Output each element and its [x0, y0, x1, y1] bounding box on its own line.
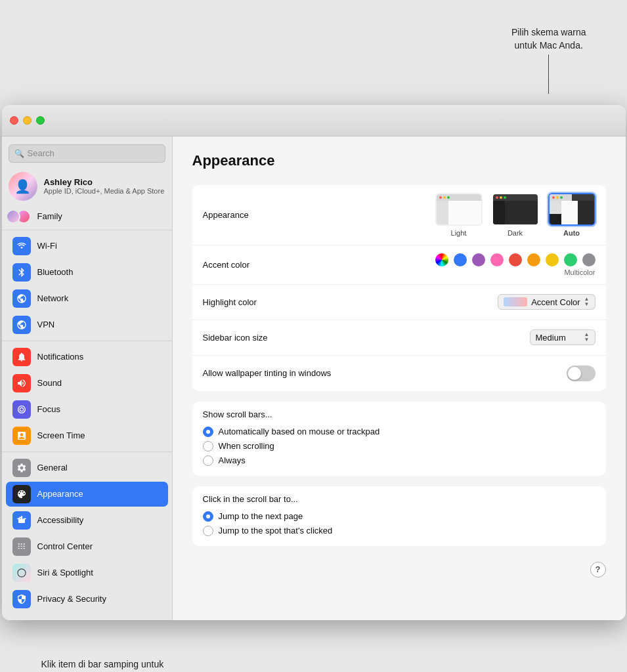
network-icon	[12, 289, 31, 308]
appearance-option-label: Light	[451, 229, 467, 237]
accent-green[interactable]	[564, 253, 577, 266]
accent-orange[interactable]	[527, 253, 540, 266]
accent-purple[interactable]	[472, 253, 485, 266]
accent-pink[interactable]	[490, 253, 504, 266]
click-scrollbar-nextpage-label: Jump to the next page	[219, 511, 303, 521]
radio-auto[interactable]	[203, 427, 213, 437]
accent-red[interactable]	[509, 253, 522, 266]
controlcenter-icon	[12, 537, 31, 556]
sidebar-item-label: Privacy & Security	[37, 594, 106, 604]
screentime-icon	[12, 427, 31, 445]
appearance-option-dark[interactable]: Dark	[492, 193, 539, 237]
user-info: Ashley Rico Apple ID, iCloud+, Media & A…	[44, 177, 165, 195]
user-section[interactable]: 👤 Ashley Rico Apple ID, iCloud+, Media &…	[2, 169, 172, 206]
wallpaper-tinting-toggle[interactable]	[567, 366, 595, 381]
sidebar-item-network[interactable]: Network	[6, 286, 168, 311]
appearance-option-auto[interactable]: Auto	[548, 193, 595, 237]
minimize-button[interactable]	[23, 116, 32, 125]
sidebar-item-privacy[interactable]: Privacy & Security	[6, 587, 168, 612]
search-placeholder: Search	[28, 148, 54, 158]
sidebar-item-general[interactable]: General	[6, 455, 168, 480]
sidebar-item-family[interactable]: Family	[2, 206, 172, 227]
accent-selected-label: Multicolor	[564, 268, 595, 276]
toggle-thumb	[568, 367, 581, 380]
sidebar-item-appearance[interactable]: Appearance	[6, 482, 168, 507]
sidebar-item-focus[interactable]: Focus	[6, 397, 168, 422]
sidebar-item-vpn[interactable]: VPN	[6, 312, 168, 337]
sidebar-item-bluetooth[interactable]: Bluetooth	[6, 260, 168, 285]
radio-scrolling[interactable]	[203, 441, 213, 452]
search-box[interactable]: 🔍 Search	[9, 144, 165, 163]
sidebar-item-label: General	[37, 463, 68, 472]
scrollbars-radio-group: Automatically based on mouse or trackpad…	[192, 422, 606, 476]
accent-graphite[interactable]	[582, 253, 595, 266]
highlight-value: Accent Color	[531, 297, 580, 307]
appearance-option-label: Auto	[563, 229, 580, 237]
callout-top-text: Pilih skema warna untuk Mac Anda.	[511, 26, 586, 52]
sidebar-item-label: Screen Time	[37, 430, 85, 440]
sidebar-item-label: Notifications	[37, 352, 84, 362]
sidebar-item-wifi[interactable]: Wi-Fi	[6, 234, 168, 259]
sidebar-item-siri[interactable]: Siri & Spotlight	[6, 560, 168, 585]
family-label: Family	[37, 211, 62, 221]
appearance-option-label: Dark	[508, 229, 523, 237]
sidebar-item-accessibility[interactable]: Accessibility	[6, 508, 168, 533]
family-avatars	[6, 209, 31, 224]
appearance-row: Appearance	[192, 185, 606, 245]
chevron-updown-icon: ▲ ▼	[584, 332, 590, 343]
scrollbars-group: Show scroll bars... Automatically based …	[192, 402, 606, 476]
sidebar-item-screentime[interactable]: Screen Time	[6, 423, 168, 448]
highlight-color-control: Accent Color ▲ ▼	[321, 294, 595, 310]
accent-blue[interactable]	[454, 253, 467, 266]
scrollbars-option-auto[interactable]: Automatically based on mouse or trackpad	[203, 425, 595, 439]
sidebar-item-label: Bluetooth	[37, 267, 74, 277]
appearance-option-light[interactable]: Light	[435, 193, 483, 237]
sidebar-item-sound[interactable]: Sound	[6, 371, 168, 396]
appearance-group: Appearance	[192, 185, 606, 391]
click-scrollbar-option-spot[interactable]: Jump to the spot that's clicked	[203, 524, 595, 538]
focus-icon	[12, 400, 31, 419]
accent-yellow[interactable]	[546, 253, 559, 266]
traffic-lights	[10, 116, 45, 125]
wallpaper-tinting-label: Allow wallpaper tinting in windows	[203, 368, 332, 378]
scrollbars-option-scrolling[interactable]: When scrolling	[203, 439, 595, 453]
sidebar-item-label: Focus	[37, 404, 60, 414]
accessibility-icon	[12, 511, 31, 530]
click-scrollbar-group: Click in the scroll bar to... Jump to th…	[192, 486, 606, 546]
sidebar-divider-2	[2, 341, 172, 341]
close-button[interactable]	[10, 116, 18, 125]
accent-color-swatches	[435, 253, 595, 266]
maximize-button[interactable]	[36, 116, 45, 125]
vpn-icon	[12, 316, 31, 334]
click-scrollbar-radio-group: Jump to the next page Jump to the spot t…	[192, 507, 606, 546]
radio-nextpage[interactable]	[203, 511, 213, 522]
family-avatar-1	[6, 209, 20, 224]
sidebar-item-label: Wi-Fi	[37, 241, 57, 251]
sidebar-item-label: VPN	[37, 320, 55, 329]
appearance-label: Appearance	[203, 210, 321, 220]
sound-icon	[12, 374, 31, 392]
wifi-icon	[12, 237, 31, 255]
wallpaper-tinting-control	[331, 366, 595, 381]
outer-wrapper: Pilih skema warna untuk Mac Anda. 🔍	[2, 26, 626, 672]
sidebar-icon-size-control: Medium ▲ ▼	[321, 329, 595, 345]
sidebar-item-controlcenter[interactable]: Control Center	[6, 534, 168, 559]
accent-multicolor[interactable]	[435, 253, 448, 266]
appearance-options: Light	[435, 193, 595, 237]
sidebar-item-notifications[interactable]: Notifications	[6, 345, 168, 369]
search-icon: 🔍	[14, 149, 24, 158]
radio-spot[interactable]	[203, 526, 213, 536]
appearance-thumb-auto	[548, 193, 595, 226]
sidebar-icon-size-row: Sidebar icon size Medium ▲ ▼	[192, 320, 606, 356]
scrollbars-option-always[interactable]: Always	[203, 453, 595, 468]
radio-always[interactable]	[203, 455, 213, 466]
sidebar-item-label: Control Center	[37, 541, 93, 551]
general-icon	[12, 459, 31, 477]
accent-color-control: Multicolor	[321, 253, 595, 276]
highlight-dropdown[interactable]: Accent Color ▲ ▼	[498, 294, 595, 310]
sidebar-item-label: Sound	[37, 378, 62, 388]
click-scrollbar-option-nextpage[interactable]: Jump to the next page	[203, 509, 595, 524]
sidebar-icon-size-dropdown[interactable]: Medium ▲ ▼	[530, 329, 595, 345]
highlight-color-row: Highlight color Accent Color ▲ ▼	[192, 285, 606, 320]
help-button[interactable]: ?	[590, 562, 606, 578]
